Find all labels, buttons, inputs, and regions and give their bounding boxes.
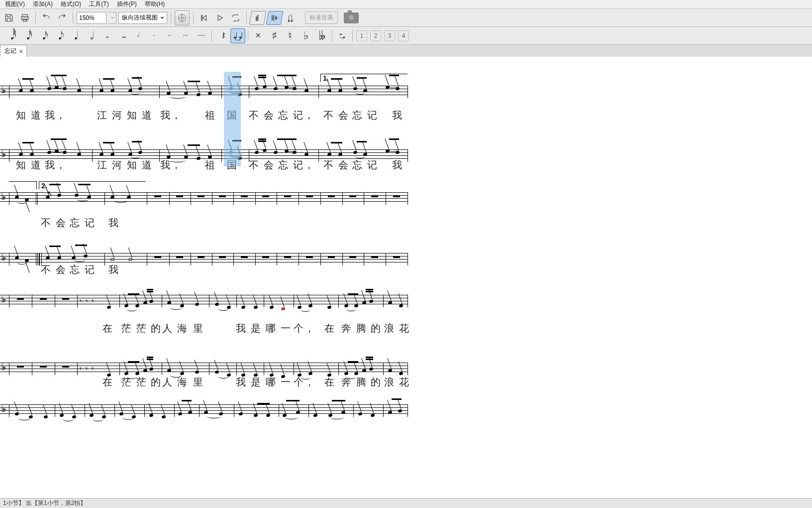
save-icon[interactable] [2,11,16,25]
separator [171,12,171,24]
staff: ♭♭ [0,404,408,419]
svg-rect-2 [23,19,27,21]
score-system: 1. ♭♭ [0,81,408,111]
svg-rect-6 [256,16,257,21]
zoom-dropdown[interactable] [108,12,116,24]
menu-view[interactable]: 视图(V) [2,0,28,9]
menu-format[interactable]: 格式(O) [58,0,84,9]
undo-icon[interactable] [39,11,53,25]
natural-icon[interactable]: ♮ [283,28,298,43]
redo-icon[interactable] [55,11,69,25]
view-mode-select[interactable]: 纵向连续视图 [118,12,167,24]
staff: ♭♭ [0,86,408,101]
status-bar: 1小节】 迄【第1小节，第2拍】 [0,498,812,508]
staff: ♭♭ [0,192,408,207]
note-quarter-icon[interactable]: 𝅘𝅥 [67,28,82,43]
separator [332,30,332,42]
separator [73,12,73,24]
loop-icon[interactable] [229,11,243,25]
midi-input-icon[interactable] [284,11,298,25]
separator [193,12,194,24]
note-longa-icon[interactable]: 𝆹𝅥 [130,28,145,43]
rewind-icon[interactable] [197,11,211,25]
svg-point-12 [239,36,242,38]
menu-plugins[interactable]: 插件(P) [114,0,140,9]
score-system: ♭♭ [0,399,408,414]
menu-tools[interactable]: 工具(T) [86,0,111,9]
main-toolbar: 150% 纵向连续视图 标准音高 [0,9,812,27]
delete-icon[interactable]: ✕ [251,28,266,43]
globe-icon[interactable] [175,10,190,25]
note-half-icon[interactable]: 𝅗𝅥 [83,28,98,43]
concert-pitch-button[interactable]: 标准音高 [305,11,338,24]
svg-point-15 [340,33,342,35]
separator [211,30,212,42]
svg-rect-1 [21,16,28,19]
note-64th-icon[interactable]: 𝅘𝅥𝅱 [3,28,18,43]
document-tabs: 忘记 × [0,45,812,57]
sharp-icon[interactable]: ♯ [267,28,282,43]
double-dot-icon[interactable]: ·· [162,28,177,43]
note-breve-icon[interactable]: 𝅜 [114,28,129,43]
flip-stem-icon[interactable] [335,28,350,43]
svg-rect-5 [257,15,259,21]
menu-bar: 视图(V) 添加(A) 格式(O) 工具(T) 插件(P) 帮助(H) [0,0,812,9]
menu-help[interactable]: 帮助(H) [142,0,168,9]
svg-rect-7 [272,15,273,20]
tab-close-icon[interactable]: × [19,48,22,54]
volta-bracket: 2. [39,181,146,189]
note-8th-icon[interactable]: 𝅘𝅥𝅮 [51,28,66,43]
note-whole-icon[interactable]: 𝅝 [99,28,113,43]
svg-point-9 [288,20,290,21]
svg-point-10 [291,20,293,21]
count-in-toggle[interactable] [266,11,284,25]
document-tab[interactable]: 忘记 × [0,45,27,57]
metronome-toggle[interactable] [249,11,267,25]
svg-rect-8 [273,15,274,20]
tie-icon[interactable] [230,28,245,43]
menu-add[interactable]: 添加(A) [30,0,56,9]
rest-icon[interactable]: 𝄽 [214,28,229,43]
note-32nd-icon[interactable]: 𝅘𝅥𝅰 [19,28,34,43]
svg-point-11 [234,36,236,38]
voice-1-button[interactable]: 1 [356,30,367,41]
separator [246,12,247,24]
svg-rect-13 [236,32,237,37]
double-flat-icon[interactable]: 𝄫 [314,28,329,43]
voice-4-button[interactable]: 4 [398,30,409,41]
tab-title: 忘记 [4,47,16,55]
separator [248,30,248,42]
print-icon[interactable] [18,11,32,25]
flat-icon[interactable]: ♭ [299,28,313,43]
dot-icon[interactable]: · [146,28,161,43]
volta-bracket-end [9,181,37,189]
mouse-cursor [47,189,52,196]
note-selection [224,72,241,166]
score-canvas[interactable]: 1. ♭♭ [0,57,812,498]
svg-rect-0 [22,14,28,17]
separator [352,30,353,42]
svg-rect-14 [242,32,242,37]
note-input-toolbar: 𝅘𝅥𝅱 𝅘𝅥𝅰 𝅘𝅥𝅯 𝅘𝅥𝅮 𝅘𝅥 𝅗𝅥 𝅝 𝅜 𝆹𝅥 · ·· ··· ··… [0,27,812,45]
staff: ♭♭ 𝄾 𝄾 [0,295,408,310]
voice-3-button[interactable]: 3 [384,30,395,41]
score-system: ♭♭ 𝄾 𝄾 [0,290,408,320]
status-text: 1小节】 迄【第1小节，第2拍】 [3,499,86,508]
note-16th-icon[interactable]: 𝅘𝅥𝅯 [35,28,50,43]
triple-dot-icon[interactable]: ··· [178,28,193,43]
screenshot-icon[interactable] [344,12,359,23]
play-icon[interactable] [213,11,227,25]
score-system: 2. ♭♭ [0,187,408,217]
voice-2-button[interactable]: 2 [370,30,381,41]
separator [35,12,36,24]
zoom-input[interactable]: 150% [77,12,106,24]
quad-dot-icon[interactable]: ···· [194,28,209,43]
